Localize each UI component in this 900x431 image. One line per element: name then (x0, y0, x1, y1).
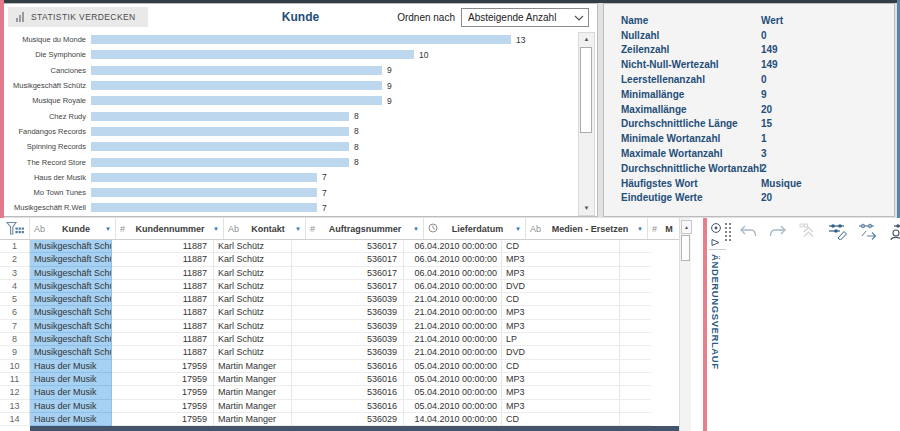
medien-cell[interactable]: CD (502, 360, 620, 373)
kundennummer-cell[interactable]: 11887 (112, 280, 214, 293)
kundennummer-cell[interactable]: 11887 (112, 333, 214, 346)
medien-cell[interactable]: DVD (502, 280, 620, 293)
auftragsnummer-cell[interactable]: 536017 (292, 280, 404, 293)
medien-cell[interactable]: MP3 (502, 267, 620, 280)
filter-arrow-icon[interactable]: ▼ (213, 226, 219, 232)
scroll-up-icon[interactable]: ▲ (580, 33, 593, 46)
filter-arrow-icon[interactable]: ▼ (515, 226, 521, 232)
medien-cell[interactable]: LP (502, 333, 620, 346)
lieferdatum-cell[interactable]: 05.04.2010 00:00:00 (404, 400, 502, 413)
table-row[interactable]: 2Musikgeschäft Schütz11887Karl Schütz536… (0, 253, 679, 266)
column-header-truncated[interactable]: # M (648, 218, 679, 239)
filter-arrow-icon[interactable]: ▼ (105, 226, 111, 232)
auftragsnummer-cell[interactable]: 536016 (292, 373, 404, 386)
lieferdatum-cell[interactable]: 05.04.2010 00:00:00 (404, 386, 502, 399)
kundennummer-cell[interactable]: 11887 (112, 253, 214, 266)
promote-actions-button-disabled[interactable] (797, 221, 819, 241)
kontakt-cell[interactable]: Karl Schütz (214, 333, 292, 346)
medien-cell[interactable]: MP3 (502, 386, 620, 399)
auftragsnummer-cell[interactable]: 536016 (292, 360, 404, 373)
column-header-lieferdatum[interactable]: Lieferdatum ▼ (424, 218, 526, 239)
kontakt-cell[interactable]: Karl Schütz (214, 320, 292, 333)
left-edge-splitter[interactable] (0, 0, 4, 218)
truncated-cell[interactable] (620, 400, 651, 413)
kunde-cell[interactable]: Haus der Musik (30, 360, 112, 373)
lieferdatum-cell[interactable]: 21.04.2010 00:00:00 (404, 346, 502, 359)
redo-button[interactable] (767, 221, 789, 241)
kunde-cell[interactable]: Musikgeschäft Schütz (30, 306, 112, 319)
chart-bar[interactable] (91, 142, 349, 151)
truncated-cell[interactable] (620, 320, 651, 333)
medien-cell[interactable]: MP3 (502, 253, 620, 266)
lieferdatum-cell[interactable]: 21.04.2010 00:00:00 (404, 306, 502, 319)
kunde-cell[interactable]: Haus der Musik (30, 373, 112, 386)
table-row[interactable]: 14Haus der Musik17959Martin Manger536029… (0, 413, 679, 426)
kunde-cell[interactable]: Musikgeschäft Schütz (30, 280, 112, 293)
truncated-cell[interactable] (620, 306, 651, 319)
medien-cell[interactable]: DVD (502, 346, 620, 359)
medien-cell[interactable]: CD (502, 413, 620, 426)
auftragsnummer-cell[interactable]: 536016 (292, 386, 404, 399)
truncated-cell[interactable] (620, 333, 651, 346)
unpin-arrow-icon[interactable] (711, 238, 721, 247)
truncated-cell[interactable] (620, 386, 651, 399)
lieferdatum-cell[interactable]: 06.04.2010 00:00:00 (404, 267, 502, 280)
chart-bar[interactable] (91, 66, 382, 75)
auftragsnummer-cell[interactable]: 536016 (292, 400, 404, 413)
kunde-cell[interactable]: Musikgeschäft Schütz (30, 346, 112, 359)
lieferdatum-cell[interactable]: 21.04.2010 00:00:00 (404, 293, 502, 306)
chart-bar[interactable] (91, 50, 414, 59)
chart-bar[interactable] (91, 203, 317, 212)
chart-bar[interactable] (91, 35, 511, 44)
kundennummer-cell[interactable]: 17959 (112, 373, 214, 386)
filter-arrow-icon[interactable]: ▼ (637, 226, 643, 232)
table-row[interactable]: 3Musikgeschäft Schütz11887Karl Schütz536… (0, 267, 679, 280)
column-header-medien-ersetzen[interactable]: Ab Medien - Ersetzen ▼ (526, 218, 648, 239)
kunde-cell[interactable]: Musikgeschäft Schütz (30, 240, 112, 253)
auftragsnummer-cell[interactable]: 536017 (292, 253, 404, 266)
kunde-cell[interactable]: Haus der Musik (30, 400, 112, 413)
kundennummer-cell[interactable]: 11887 (112, 267, 214, 280)
filter-arrow-icon[interactable]: ▼ (295, 226, 301, 232)
auftragsnummer-cell[interactable]: 536039 (292, 346, 404, 359)
table-row[interactable]: 4Musikgeschäft Schütz11887Karl Schütz536… (0, 280, 679, 293)
chart-scrollbar-thumb[interactable] (580, 47, 592, 133)
chart-scrollbar[interactable]: ▲ ▼ (578, 32, 595, 216)
kundennummer-cell[interactable]: 11887 (112, 240, 214, 253)
table-row[interactable]: 12Haus der Musik17959Martin Manger536016… (0, 386, 679, 399)
kontakt-cell[interactable]: Karl Schütz (214, 280, 292, 293)
table-horizontal-scrollbar-thumb[interactable] (30, 426, 679, 431)
truncated-cell[interactable] (620, 373, 651, 386)
medien-cell[interactable]: CD (502, 240, 620, 253)
lieferdatum-cell[interactable]: 21.04.2010 00:00:00 (404, 320, 502, 333)
edit-transformation-button[interactable] (827, 221, 849, 241)
kunde-cell[interactable]: Haus der Musik (30, 386, 112, 399)
column-header-kunde[interactable]: Ab Kunde ▼ (30, 218, 116, 239)
undo-button[interactable] (737, 221, 759, 241)
table-row[interactable]: 11Haus der Musik17959Martin Manger536016… (0, 373, 679, 386)
auftragsnummer-cell[interactable]: 536017 (292, 267, 404, 280)
truncated-cell[interactable] (620, 240, 651, 253)
lieferdatum-cell[interactable]: 06.04.2010 00:00:00 (404, 253, 502, 266)
truncated-cell[interactable] (620, 346, 651, 359)
sort-by-dropdown[interactable]: Absteigende Anzahl (461, 8, 589, 27)
lieferdatum-cell[interactable]: 06.04.2010 00:00:00 (404, 240, 502, 253)
kontakt-cell[interactable]: Karl Schütz (214, 253, 292, 266)
scroll-up-icon[interactable]: ▲ (681, 220, 692, 234)
truncated-cell[interactable] (620, 253, 651, 266)
kunde-cell[interactable]: Musikgeschäft Schütz (30, 333, 112, 346)
auftragsnummer-cell[interactable]: 536017 (292, 240, 404, 253)
drag-grip-icon[interactable] (724, 222, 732, 244)
kundennummer-cell[interactable]: 17959 (112, 413, 214, 426)
truncated-cell[interactable] (620, 293, 651, 306)
table-row[interactable]: 6Musikgeschäft Schütz11887Karl Schütz536… (0, 306, 679, 319)
table-row[interactable]: 8Musikgeschäft Schütz11887Karl Schütz536… (0, 333, 679, 346)
kontakt-cell[interactable]: Martin Manger (214, 386, 292, 399)
kunde-cell[interactable]: Musikgeschäft Schütz (30, 253, 112, 266)
lieferdatum-cell[interactable]: 05.04.2010 00:00:00 (404, 373, 502, 386)
auftragsnummer-cell[interactable]: 536039 (292, 293, 404, 306)
medien-cell[interactable]: MP3 (502, 400, 620, 413)
column-header-auftragsnummer[interactable]: # Auftragsnummer ▼ (306, 218, 424, 239)
kontakt-cell[interactable]: Karl Schütz (214, 267, 292, 280)
chart-bar[interactable] (91, 188, 317, 197)
